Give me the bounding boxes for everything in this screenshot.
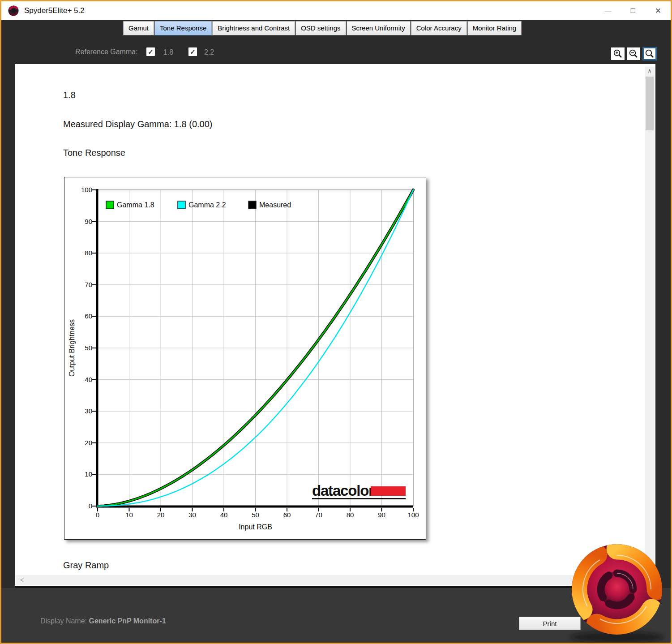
svg-text:80: 80 (347, 511, 354, 519)
svg-text:90: 90 (378, 511, 385, 519)
svg-text:70: 70 (315, 511, 322, 519)
tone-response-chart: 0102030405060708090100010203040506070809… (64, 177, 426, 540)
svg-text:60: 60 (283, 511, 291, 519)
gray-ramp-title: Gray Ramp (63, 560, 109, 571)
svg-text:90: 90 (85, 218, 92, 225)
panel-bottom-edge (15, 586, 655, 588)
svg-text:60: 60 (85, 312, 92, 320)
svg-text:100: 100 (81, 186, 92, 193)
svg-text:70: 70 (85, 281, 92, 288)
window-title: Spyder5Elite+ 5.2 (24, 6, 85, 15)
check-icon: ✓ (190, 48, 196, 55)
svg-text:Input RGB: Input RGB (239, 523, 272, 531)
gamma-2-2-checkbox-label: 2.2 (204, 48, 214, 56)
tab-bar: Gamut Tone Response Brightness and Contr… (123, 21, 522, 35)
tab-monitor-rating[interactable]: Monitor Rating (467, 21, 522, 35)
gamma-1-8-checkbox[interactable]: ✓ (146, 47, 155, 56)
gamma-value-heading: 1.8 (63, 90, 76, 100)
tab-osd-settings[interactable]: OSD settings (295, 21, 346, 35)
svg-text:Gamma 2.2: Gamma 2.2 (188, 201, 226, 209)
minimize-button[interactable]: — (595, 1, 621, 20)
zoom-in-icon (613, 49, 623, 59)
svg-text:50: 50 (252, 511, 259, 519)
zoom-reset-button[interactable] (642, 47, 657, 60)
svg-text:30: 30 (85, 407, 92, 415)
vertical-scrollbar-thumb[interactable] (646, 77, 654, 130)
maximize-button[interactable]: □ (621, 1, 646, 20)
tab-tone-response[interactable]: Tone Response (154, 21, 212, 35)
spyder-app-icon (8, 5, 19, 17)
svg-text:50: 50 (85, 344, 92, 352)
display-name-label: Display Name: (40, 617, 87, 625)
svg-text:10: 10 (85, 470, 92, 478)
vertical-scrollbar[interactable]: ∧ ∨ (645, 67, 655, 574)
tone-response-title: Tone Response (63, 148, 125, 158)
svg-text:Measured: Measured (259, 201, 291, 209)
tab-color-accuracy[interactable]: Color Accuracy (411, 21, 467, 35)
datacolor-sphere-logo (562, 542, 672, 644)
zoom-in-button[interactable] (611, 47, 625, 60)
svg-text:0: 0 (89, 502, 92, 510)
gamma-1-8-checkbox-label: 1.8 (163, 48, 173, 56)
reference-gamma-label: Reference Gamma: (75, 48, 138, 56)
tab-screen-uniformity[interactable]: Screen Uniformity (347, 21, 411, 35)
zoom-out-button[interactable] (627, 47, 640, 60)
tab-gamut[interactable]: Gamut (123, 21, 154, 35)
svg-text:30: 30 (188, 511, 196, 519)
scroll-up-icon[interactable]: ∧ (645, 67, 655, 75)
display-name: Display Name: Generic PnP Monitor-1 (40, 617, 166, 625)
horizontal-scrollbar[interactable]: < > (16, 575, 643, 585)
close-button[interactable]: × (646, 1, 671, 20)
display-name-value: Generic PnP Monitor-1 (89, 617, 166, 625)
svg-text:Gamma 1.8: Gamma 1.8 (117, 201, 154, 209)
svg-text:Output Brightness: Output Brightness (68, 319, 76, 377)
svg-text:10: 10 (125, 511, 133, 519)
window-controls: — □ × (595, 1, 671, 20)
svg-text:40: 40 (85, 376, 92, 383)
svg-text:datacolor: datacolor (312, 482, 374, 499)
svg-text:80: 80 (85, 249, 92, 257)
title-bar: Spyder5Elite+ 5.2 — □ × (1, 1, 671, 20)
report-panel: 1.8 Measured Display Gamma: 1.8 (0.00) T… (15, 64, 655, 586)
svg-text:20: 20 (157, 511, 165, 519)
check-icon: ✓ (148, 48, 154, 55)
scroll-left-icon[interactable]: < (17, 575, 26, 585)
svg-text:100: 100 (407, 511, 419, 519)
gamma-2-2-checkbox[interactable]: ✓ (188, 47, 197, 56)
svg-text:40: 40 (220, 511, 228, 519)
tab-brightness-contrast[interactable]: Brightness and Contrast (212, 21, 295, 35)
svg-text:0: 0 (96, 511, 99, 519)
zoom-out-icon (629, 49, 638, 59)
measured-gamma-text: Measured Display Gamma: 1.8 (0.00) (63, 119, 212, 129)
zoom-reset-icon (645, 49, 655, 59)
svg-text:20: 20 (85, 439, 92, 447)
